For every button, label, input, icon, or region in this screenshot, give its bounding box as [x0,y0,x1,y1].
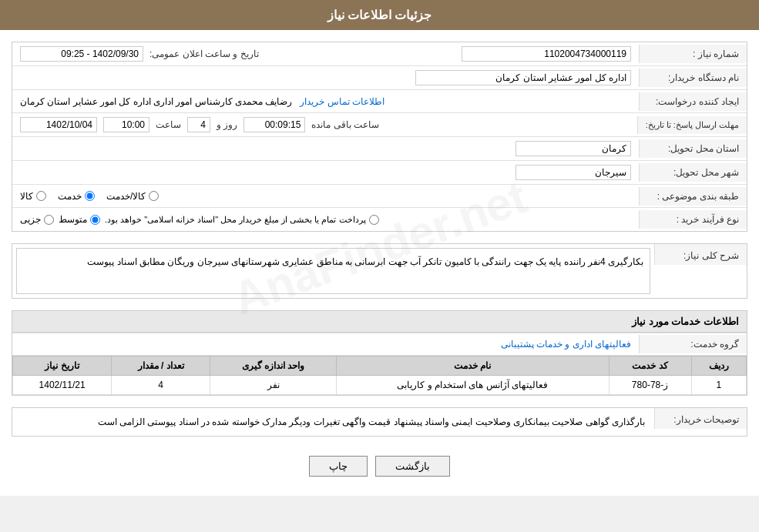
table-cell: 1402/11/21 [13,376,112,395]
radio-kala-input[interactable] [36,191,46,201]
col-count: تعداد / مقدار [112,356,210,376]
radio-jozi-input[interactable] [44,215,54,225]
ijad-value: اطلاعات تماس خریدار رضایف محمدی کارشناس … [12,92,639,111]
tarikh-aalan-label: تاریخ و ساعت اعلان عمومی: [149,49,259,59]
nam-dastgah-label: نام دستگاه خریدار: [639,69,747,87]
radio-pardakht-label: پرداخت تمام یا بخشی از مبلغ خریدار محل "… [105,215,366,225]
nam-dastgah-value [12,66,639,89]
radio-kala-label: کالا [20,191,33,202]
saat-label: ساعت [156,119,181,130]
radio-kala-khedmat-label: کالا/خدمت [106,191,146,202]
grohe-value: فعالیتهای اداری و خدمات پشتیبانی [12,335,639,353]
table-header-row: ردیف کد خدمت نام خدمت واحد اندازه گیری ت… [13,356,747,376]
radio-motavaset-label: متوسط [59,214,87,225]
shomara-input[interactable] [462,46,631,62]
table-cell: 4 [112,376,210,395]
baki-label: ساعت باقی مانده [311,119,379,130]
radio-jozi-label: جزیی [20,214,41,225]
row-grohe: گروه خدمت: فعالیتهای اداری و خدمات پشتیب… [12,333,747,356]
page-title: جزئیات اطلاعات نیاز [327,8,432,22]
buttons-row: بازگشت چاپ [12,448,747,484]
tabaghe-radio-group: کالا/خدمت خدمت کالا [12,187,639,206]
radio-pardakht[interactable]: پرداخت تمام یا بخشی از مبلغ خریدار محل "… [105,215,379,225]
row-shahr: شهر محل تحویل: [12,161,747,185]
radio-pardakht-input[interactable] [369,215,379,225]
noe-farayand-label: نوع فرآیند خرید : [639,210,747,229]
tawsif-text: بارگذاری گواهی صلاحیت بیمانکاری وصلاحیت … [12,408,654,436]
row-nam-dastgah: نام دستگاه خریدار: [12,66,747,90]
mohlat-value: ساعت باقی مانده روز و ساعت [12,113,637,136]
saat-input[interactable] [103,117,149,132]
grohe-label: گروه خدمت: [639,335,747,353]
radio-motavaset-input[interactable] [90,215,100,225]
sharh-label: شرح کلی نیاز: [654,244,747,265]
radio-kala-khedmat-input[interactable] [149,191,159,201]
sharh-section: شرح کلی نیاز: بکارگیری 4نفر راننده پایه … [12,243,747,299]
tabaghe-label: طبقه بندی موضوعی : [639,187,747,206]
col-code: کد خدمت [609,356,691,376]
sharh-text: بکارگیری 4نفر راننده پایه یک جهت رانندگی… [16,248,650,294]
col-unit: واحد اندازه گیری [210,356,337,376]
ostan-input[interactable] [516,141,631,156]
sharh-content: بکارگیری 4نفر راننده پایه یک جهت رانندگی… [12,244,654,298]
table-cell: فعالیتهای آژانس های استخدام و کاریابی [337,376,609,395]
service-section: اطلاعات خدمات مورد نیاز گروه خدمت: فعالی… [12,310,747,396]
main-content: شماره نیاز : تاریخ و ساعت اعلان عمومی: ن… [0,30,759,496]
radio-khedmat[interactable]: خدمت [58,191,95,202]
col-name: نام خدمت [337,356,609,376]
date-input[interactable] [20,117,97,132]
ijad-text: رضایف محمدی کارشناس امور اداری اداره کل … [20,96,292,107]
ostan-value [12,137,639,160]
col-date: تاریخ نیاز [13,356,112,376]
table-cell: 1 [691,376,746,395]
table-row: 1ز-78-780فعالیتهای آژانس های استخدام و ک… [13,376,747,395]
page-header: جزئیات اطلاعات نیاز [0,0,759,30]
row-ostan: استان محل تحویل: [12,137,747,161]
roz-input[interactable] [187,117,210,132]
baki-input[interactable] [243,117,305,132]
tawsif-section: توصیحات خریدار: بارگذاری گواهی صلاحیت بی… [12,407,747,437]
services-table: ردیف کد خدمت نام خدمت واحد اندازه گیری ت… [12,356,747,395]
row-ijad: ایجاد کننده درخواست: اطلاعات تماس خریدار… [12,90,747,113]
ostan-label: استان محل تحویل: [639,139,747,158]
tawsif-label: توصیحات خریدار: [654,408,747,429]
row-noe-farayand: نوع فرآیند خرید : پرداخت تمام یا بخشی از… [12,208,747,231]
radio-khedmat-input[interactable] [85,191,95,201]
shahr-input[interactable] [516,165,631,180]
roz-label: روز و [217,119,237,130]
radio-kala[interactable]: کالا [20,191,46,202]
table-cell: نفر [210,376,337,395]
ijad-link[interactable]: اطلاعات تماس خریدار [300,96,385,107]
row-shomara: شماره نیاز : تاریخ و ساعت اعلان عمومی: [12,42,747,66]
service-section-title: اطلاعات خدمات مورد نیاز [12,311,747,333]
row-tabaghe: طبقه بندی موضوعی : کالا/خدمت خدمت کالا [12,185,747,208]
shahr-label: شهر محل تحویل: [639,163,747,182]
col-radif: ردیف [691,356,746,376]
main-info-section: شماره نیاز : تاریخ و ساعت اعلان عمومی: ن… [12,42,747,232]
grohe-link[interactable]: فعالیتهای اداری و خدمات پشتیبانی [501,339,631,350]
table-cell: ز-78-780 [609,376,691,395]
page-container: AnaFinder.net جزئیات اطلاعات نیاز شماره … [0,0,759,496]
mohlat-label: مهلت ارسال پاسخ: تا تاریخ: [637,116,747,134]
tarikh-inline: تاریخ و ساعت اعلان عمومی: [12,42,326,65]
radio-kala-khedmat[interactable]: کالا/خدمت [106,191,159,202]
chap-button[interactable]: چاپ [309,456,368,477]
row-mohlat: مهلت ارسال پاسخ: تا تاریخ: ساعت باقی مان… [12,113,747,137]
shomara-label: شماره نیاز : [639,45,747,63]
radio-motavaset[interactable]: متوسط [59,214,100,225]
noe-radio-group: پرداخت تمام یا بخشی از مبلغ خریدار محل "… [12,210,639,229]
shahr-value [12,161,639,184]
tarikh-aalan-input[interactable] [20,46,143,62]
bazgasht-button[interactable]: بازگشت [375,456,450,477]
radio-khedmat-label: خدمت [58,191,82,202]
radio-jozi[interactable]: جزیی [20,214,54,225]
nam-dastgah-input[interactable] [415,70,631,85]
shomara-value [326,42,640,65]
ijad-label: ایجاد کننده درخواست: [639,92,747,111]
